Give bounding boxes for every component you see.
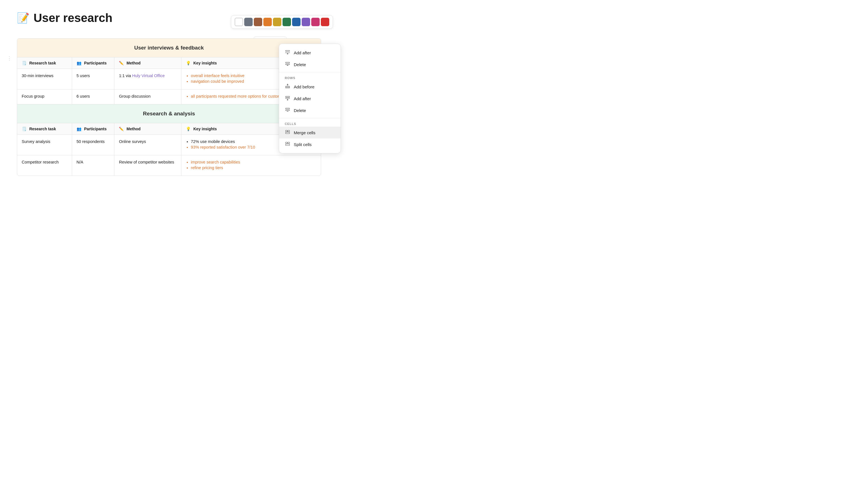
merge-cells-icon [285,129,290,136]
color-palette [231,15,333,29]
context-menu: Add after Delete ROWS Add before [279,43,341,154]
sidebar-handle: ⋮ [7,55,12,61]
divider-1 [279,72,341,72]
col-header-task-2: 🗒️ Research task [17,123,72,135]
col-header-participants-2: 👥 Participants [72,123,114,135]
participants-col-icon-1: 👥 [76,61,81,65]
svg-rect-31 [286,144,290,145]
menu-delete-top-label: Delete [294,62,306,67]
menu-merge-cells-label: Merge cells [294,130,315,135]
list-item: refine pricing tiers [191,165,316,170]
cell-participants-2-2: N/A [72,155,114,176]
svg-rect-8 [286,62,290,63]
svg-rect-17 [286,96,290,97]
svg-rect-18 [286,98,290,98]
menu-split-cells[interactable]: Split cells [279,139,341,150]
interviews-table: 🗒️ Research task 👥 Participants ✏️ Metho… [17,57,321,104]
table-row: Survey analysis 50 respondents Online su… [17,135,321,155]
color-swatch-blue[interactable] [292,18,300,26]
menu-rows-add-after[interactable]: Add after [279,93,341,104]
menu-rows-add-after-label: Add after [294,96,311,101]
cell-participants-1-1: 5 users [72,69,114,89]
split-cells-icon [285,141,290,147]
svg-rect-30 [288,142,290,144]
table-row: Focus group 6 users Group discussion all… [17,89,321,104]
method-col-icon-1: ✏️ [119,61,124,65]
menu-rows-add-before-label: Add before [294,85,314,89]
col-header-method-1: ✏️ Method [114,57,181,69]
cell-task-1-2: Focus group [17,89,72,104]
col-header-participants-1: 👥 Participants [72,57,114,69]
table-section-interviews: User interviews & feedback 🗒️ Research t… [17,38,321,176]
cell-task-1-1: 30-min interviews [17,69,72,89]
col-header-task-1: 🗒️ Research task [17,57,72,69]
color-swatch-white[interactable] [235,18,243,26]
color-swatch-brown[interactable] [254,18,262,26]
cell-task-2-1: Survey analysis [17,135,72,155]
cell-method-2-2: Review of competitor websites [114,155,181,176]
svg-rect-23 [286,110,290,111]
task-col-icon-1: 🗒️ [22,61,27,65]
rows-add-after-icon [285,95,290,102]
cell-participants-2-1: 50 respondents [72,135,114,155]
color-swatch-orange[interactable] [263,18,272,26]
svg-rect-9 [286,64,290,65]
menu-rows-add-before[interactable]: Add before [279,81,341,93]
menu-rows-delete-label: Delete [294,108,306,113]
color-swatch-gray[interactable] [244,18,253,26]
svg-rect-22 [286,108,290,109]
method-link-1-1[interactable]: Huly Virtual Office [132,73,165,78]
svg-rect-25 [286,130,287,132]
cell-participants-1-2: 6 users [72,89,114,104]
svg-rect-13 [286,87,290,88]
page-icon: 📝 [17,12,30,24]
svg-rect-29 [286,142,287,144]
color-swatch-green[interactable] [282,18,291,26]
menu-rows-delete[interactable]: Delete [279,104,341,116]
svg-line-7 [288,54,288,54]
svg-rect-3 [286,50,290,51]
interviews-header-row: 🗒️ Research task 👥 Participants ✏️ Metho… [17,57,321,69]
task-col-icon-2: 🗒️ [22,127,27,131]
cell-task-2-2: Competitor research [17,155,72,176]
delete-top-icon [285,61,290,68]
section-title-interviews: User interviews & feedback [17,39,321,57]
svg-rect-4 [286,52,290,53]
research-header-row: 🗒️ Research task 👥 Participants ✏️ Metho… [17,123,321,135]
menu-add-after-top[interactable]: Add after [279,47,341,58]
research-table: 🗒️ Research task 👥 Participants ✏️ Metho… [17,123,321,176]
table-row: 30-min interviews 5 users 1:1 via Huly V… [17,69,321,89]
insights-list-2-2: improve search capabilities refine prici… [186,160,316,170]
list-item: improve search capabilities [191,160,316,164]
cell-method-1-2: Group discussion [114,89,181,104]
svg-rect-27 [286,132,290,134]
rows-section-label: ROWS [279,74,341,81]
color-swatch-purple[interactable] [302,18,310,26]
color-swatch-yellow[interactable] [273,18,281,26]
cell-method-1-1: 1:1 via Huly Virtual Office [114,69,181,89]
main-content: User interviews & feedback 🗒️ Research t… [17,38,828,176]
page-title: User research [34,11,113,25]
cell-method-2-1: Online surveys [114,135,181,155]
color-swatch-pink[interactable] [311,18,320,26]
menu-add-after-top-label: Add after [294,50,311,55]
svg-rect-12 [286,86,290,87]
insights-col-icon-1: 💡 [186,61,191,65]
col-header-method-2: ✏️ Method [114,123,181,135]
rows-delete-icon [285,107,290,113]
svg-rect-26 [288,130,290,132]
menu-delete-top[interactable]: Delete [279,58,341,70]
color-swatch-red[interactable] [321,18,329,26]
table-row: Competitor research N/A Review of compet… [17,155,321,176]
section-title-research: Research & analysis [17,104,321,123]
page-header: 📝 User research [17,11,828,25]
menu-merge-cells[interactable]: Merge cells [279,127,341,139]
insights-col-icon-2: 💡 [186,127,191,131]
participants-col-icon-2: 👥 [76,127,81,131]
method-col-icon-2: ✏️ [119,127,124,131]
rows-add-before-icon [285,84,290,90]
cells-section-label: CELLS [279,120,341,127]
menu-split-cells-label: Split cells [294,142,312,147]
add-after-top-icon [285,50,290,56]
divider-2 [279,118,341,118]
